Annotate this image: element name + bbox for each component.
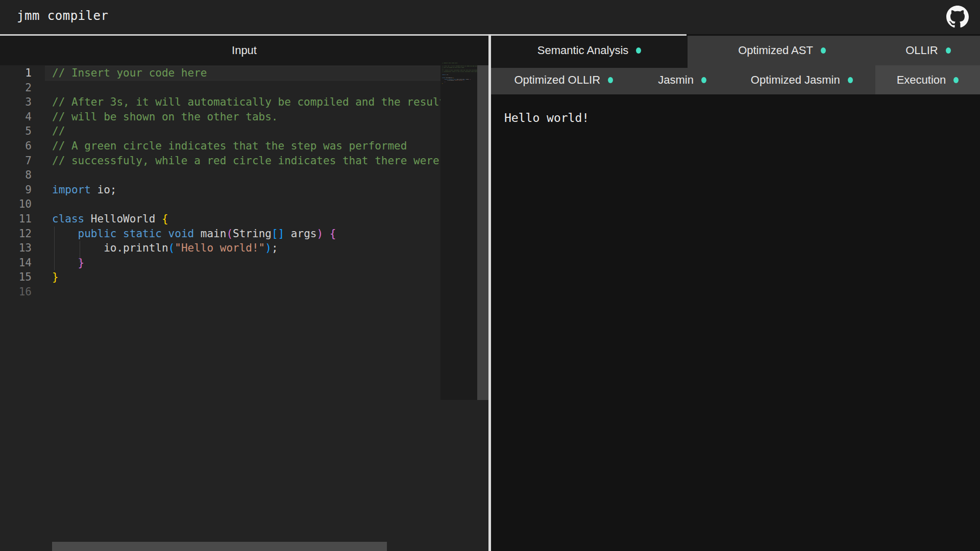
code-line	[442, 84, 479, 86]
tab-ollir[interactable]: OLLIR	[876, 36, 980, 65]
horizontal-scrollbar-thumb[interactable]	[52, 542, 387, 551]
input-panel: Input 12345678910111213141516 // Insert …	[0, 36, 488, 551]
code-line: // successfuly, while a red circle indic…	[52, 154, 440, 168]
code-line: // will be shown on the other tabs.	[52, 110, 440, 124]
github-icon[interactable]	[946, 6, 969, 28]
tab-label: Execution	[897, 73, 946, 87]
tab-semantic-analysis[interactable]: Semantic Analysis	[491, 36, 688, 65]
tab-label: Semantic Analysis	[537, 44, 629, 57]
minimap[interactable]: // Insert your code here // After 3s, it…	[442, 62, 479, 98]
tab-label: OLLIR	[905, 44, 938, 57]
minimap-column	[440, 65, 477, 400]
tab-label: Optimized OLLIR	[514, 73, 600, 87]
code-line: //	[52, 124, 440, 139]
tab-optimized-ast[interactable]: Optimized AST	[688, 36, 876, 65]
results-panel: Semantic AnalysisOptimized ASTOLLIR Opti…	[491, 36, 980, 551]
tab-input[interactable]: Input	[0, 36, 488, 65]
status-dot	[821, 47, 826, 54]
tab-optimized-jasmin[interactable]: Optimized Jasmin	[728, 65, 875, 94]
code-line	[52, 285, 440, 299]
status-dot	[953, 77, 959, 83]
code-line: // Insert your code here	[52, 66, 440, 81]
status-dot	[608, 77, 613, 83]
indent-guide	[80, 241, 80, 263]
vertical-scrollbar-thumb[interactable]	[477, 65, 488, 400]
code-line	[52, 168, 440, 183]
execution-output-text: Hello world!	[504, 111, 589, 124]
indent-guide	[54, 227, 55, 270]
tab-label: Optimized AST	[738, 44, 813, 57]
code-line	[52, 81, 440, 95]
results-tab-row-1: Semantic AnalysisOptimized ASTOLLIR	[491, 36, 980, 65]
code-line: class HelloWorld {	[52, 212, 440, 227]
code-line	[52, 197, 440, 212]
status-dot	[701, 77, 706, 83]
status-dot	[848, 77, 853, 83]
code-viewport[interactable]: // Insert your code here // After 3s, it…	[0, 66, 440, 372]
code-line: import io;	[52, 183, 440, 197]
tab-label: Jasmin	[658, 73, 694, 87]
code-line: // A green circle indicates that the ste…	[52, 139, 440, 154]
code-line: }	[52, 270, 440, 285]
app-header: jmm compiler	[0, 0, 980, 34]
tab-label: Optimized Jasmin	[751, 73, 840, 87]
code-line: io.println("Hello world!");	[52, 241, 440, 256]
code-line: }	[52, 256, 440, 270]
tab-input-label: Input	[232, 44, 257, 57]
status-dot	[636, 47, 641, 54]
tab-jasmin[interactable]: Jasmin	[636, 65, 728, 94]
execution-output: Hello world!	[491, 94, 980, 551]
status-dot	[946, 47, 951, 54]
code-editor[interactable]: 12345678910111213141516 // Insert your c…	[0, 65, 488, 551]
code-line: public static void main(String[] args) {	[52, 227, 440, 241]
tab-optimized-ollir[interactable]: Optimized OLLIR	[491, 65, 636, 94]
results-tab-row-2: Optimized OLLIRJasminOptimized JasminExe…	[491, 65, 980, 94]
app-title: jmm compiler	[17, 9, 108, 23]
code-line: // After 3s, it will automatically be co…	[52, 95, 440, 110]
code-line: // successfuly, while a red circle indic…	[442, 71, 479, 72]
tab-execution[interactable]: Execution	[875, 65, 980, 94]
